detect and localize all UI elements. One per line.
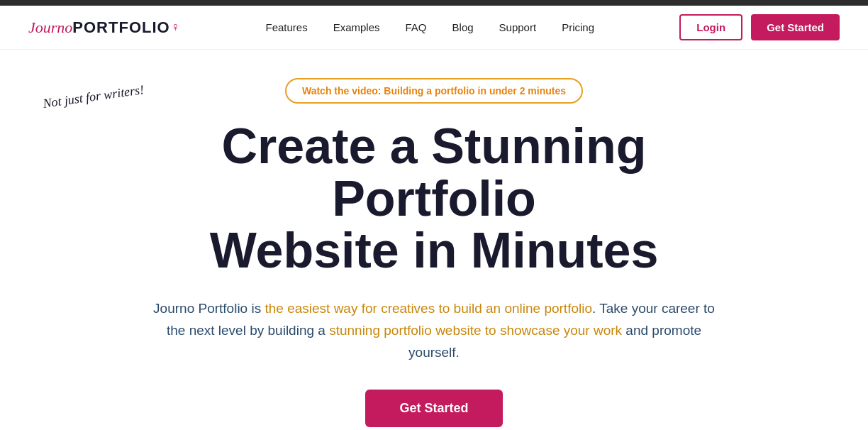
subtitle-highlight1: the easiest way for creatives to build a… [265, 301, 592, 316]
nav-examples[interactable]: Examples [333, 21, 380, 33]
subtitle-highlight2: stunning portfolio website to showcase y… [329, 323, 622, 338]
hero-title: Create a Stunning Portfolio Website in M… [115, 121, 753, 277]
get-started-hero-button[interactable]: Get Started [365, 390, 502, 427]
login-button[interactable]: Login [679, 14, 742, 40]
top-bar [0, 0, 868, 6]
nav-pricing[interactable]: Pricing [562, 21, 594, 33]
logo-portfolio: PORTFOLIO [72, 18, 169, 37]
logo-journo: Journo [28, 18, 72, 37]
hero-title-line1: Create a Stunning Portfolio [222, 118, 647, 226]
header-buttons: Login Get Started [679, 14, 840, 40]
hero-section: Not just for writers! Watch the video: B… [0, 50, 868, 430]
nav-support[interactable]: Support [499, 21, 537, 33]
hero-title-line2: Website in Minutes [210, 223, 659, 278]
get-started-header-button[interactable]: Get Started [751, 14, 840, 40]
nav-blog[interactable]: Blog [452, 21, 474, 33]
logo[interactable]: Journo PORTFOLIO ♀ [28, 18, 180, 37]
header: Journo PORTFOLIO ♀ Features Examples FAQ… [0, 6, 868, 50]
main-nav: Features Examples FAQ Blog Support Prici… [265, 21, 594, 33]
nav-features[interactable]: Features [265, 21, 307, 33]
video-badge[interactable]: Watch the video: Building a portfolio in… [285, 78, 583, 104]
subtitle-text: Journo Portfolio is [153, 301, 265, 316]
not-just-writers-label: Not just for writers! [42, 82, 145, 112]
hero-subtitle: Journo Portfolio is the easiest way for … [143, 297, 725, 364]
nav-faq[interactable]: FAQ [406, 21, 427, 33]
logo-icon: ♀ [171, 20, 181, 35]
